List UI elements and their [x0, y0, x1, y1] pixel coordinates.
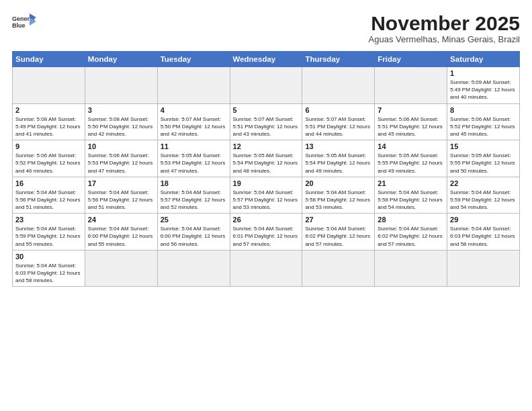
calendar-cell	[302, 250, 375, 287]
calendar-cell: 28Sunrise: 5:04 AM Sunset: 6:02 PM Dayli…	[375, 214, 447, 250]
calendar-cell	[302, 67, 375, 104]
calendar-cell	[230, 250, 302, 287]
calendar-cell: 4Sunrise: 5:07 AM Sunset: 5:50 PM Daylig…	[157, 103, 230, 140]
calendar-cell: 26Sunrise: 5:04 AM Sunset: 6:01 PM Dayli…	[230, 214, 302, 250]
calendar-cell: 12Sunrise: 5:05 AM Sunset: 5:54 PM Dayli…	[230, 140, 302, 177]
weekday-header-tuesday: Tuesday	[157, 52, 230, 67]
calendar-cell: 21Sunrise: 5:04 AM Sunset: 5:58 PM Dayli…	[375, 177, 447, 214]
day-number: 5	[233, 106, 300, 114]
calendar-cell	[157, 250, 230, 287]
calendar-cell: 5Sunrise: 5:07 AM Sunset: 5:51 PM Daylig…	[230, 103, 302, 140]
weekday-header-thursday: Thursday	[302, 52, 375, 67]
day-info: Sunrise: 5:05 AM Sunset: 5:55 PM Dayligh…	[378, 152, 444, 175]
title-area: November 2025 Aguas Vermelhas, Minas Ger…	[369, 12, 520, 44]
svg-text:Blue: Blue	[12, 22, 26, 29]
logo: General Blue	[12, 12, 36, 32]
calendar-table: SundayMondayTuesdayWednesdayThursdayFrid…	[12, 51, 520, 287]
calendar-cell: 6Sunrise: 5:07 AM Sunset: 5:51 PM Daylig…	[302, 103, 375, 140]
calendar-cell: 30Sunrise: 5:04 AM Sunset: 6:03 PM Dayli…	[13, 250, 85, 287]
day-info: Sunrise: 5:05 AM Sunset: 5:54 PM Dayligh…	[305, 152, 371, 175]
day-number: 1	[450, 69, 517, 77]
calendar-cell	[230, 67, 302, 104]
calendar-cell: 16Sunrise: 5:04 AM Sunset: 5:56 PM Dayli…	[13, 177, 85, 214]
day-number: 7	[378, 106, 444, 114]
day-number: 4	[161, 106, 227, 114]
calendar-week-4: 16Sunrise: 5:04 AM Sunset: 5:56 PM Dayli…	[13, 177, 520, 214]
day-info: Sunrise: 5:04 AM Sunset: 6:03 PM Dayligh…	[450, 225, 517, 248]
calendar-cell: 9Sunrise: 5:06 AM Sunset: 5:52 PM Daylig…	[13, 140, 85, 177]
day-number: 2	[15, 106, 82, 114]
calendar-cell: 3Sunrise: 5:08 AM Sunset: 5:50 PM Daylig…	[85, 103, 157, 140]
day-info: Sunrise: 5:05 AM Sunset: 5:54 PM Dayligh…	[233, 152, 300, 175]
day-number: 12	[233, 142, 300, 150]
calendar-cell: 27Sunrise: 5:04 AM Sunset: 6:02 PM Dayli…	[302, 214, 375, 250]
day-number: 24	[88, 216, 154, 224]
day-info: Sunrise: 5:07 AM Sunset: 5:50 PM Dayligh…	[161, 116, 227, 138]
day-info: Sunrise: 5:07 AM Sunset: 5:51 PM Dayligh…	[305, 116, 371, 138]
header: General Blue November 2025 Aguas Vermelh…	[12, 12, 520, 44]
weekday-header-wednesday: Wednesday	[230, 52, 302, 67]
logo-svg: General Blue	[12, 12, 36, 32]
calendar-cell	[375, 250, 447, 287]
day-number: 29	[450, 216, 517, 224]
day-number: 26	[233, 216, 300, 224]
day-info: Sunrise: 5:04 AM Sunset: 6:01 PM Dayligh…	[233, 225, 300, 248]
calendar-cell	[375, 67, 447, 104]
calendar-cell: 15Sunrise: 5:05 AM Sunset: 5:55 PM Dayli…	[447, 140, 520, 177]
day-number: 9	[15, 142, 82, 150]
day-number: 22	[450, 179, 517, 187]
day-number: 6	[305, 106, 371, 114]
day-info: Sunrise: 5:07 AM Sunset: 5:51 PM Dayligh…	[233, 116, 300, 138]
calendar-cell	[157, 67, 230, 104]
day-number: 3	[88, 106, 154, 114]
day-info: Sunrise: 5:04 AM Sunset: 5:59 PM Dayligh…	[15, 225, 82, 248]
day-info: Sunrise: 5:04 AM Sunset: 5:57 PM Dayligh…	[161, 189, 227, 212]
day-number: 8	[450, 106, 517, 114]
calendar-week-6: 30Sunrise: 5:04 AM Sunset: 6:03 PM Dayli…	[13, 250, 520, 287]
calendar-cell: 22Sunrise: 5:04 AM Sunset: 5:59 PM Dayli…	[447, 177, 520, 214]
calendar-cell: 25Sunrise: 5:04 AM Sunset: 6:00 PM Dayli…	[157, 214, 230, 250]
day-number: 17	[88, 179, 154, 187]
day-number: 15	[450, 142, 517, 150]
day-info: Sunrise: 5:04 AM Sunset: 6:03 PM Dayligh…	[15, 262, 82, 285]
day-number: 30	[15, 253, 82, 261]
day-number: 18	[161, 179, 227, 187]
day-info: Sunrise: 5:04 AM Sunset: 6:00 PM Dayligh…	[88, 225, 154, 248]
day-info: Sunrise: 5:08 AM Sunset: 5:49 PM Dayligh…	[15, 116, 82, 138]
calendar-cell	[447, 250, 520, 287]
day-number: 25	[161, 216, 227, 224]
calendar-cell: 10Sunrise: 5:06 AM Sunset: 5:53 PM Dayli…	[85, 140, 157, 177]
day-number: 10	[88, 142, 154, 150]
calendar-cell: 17Sunrise: 5:04 AM Sunset: 5:56 PM Dayli…	[85, 177, 157, 214]
calendar-cell: 29Sunrise: 5:04 AM Sunset: 6:03 PM Dayli…	[447, 214, 520, 250]
weekday-header-saturday: Saturday	[447, 52, 520, 67]
calendar-cell: 2Sunrise: 5:08 AM Sunset: 5:49 PM Daylig…	[13, 103, 85, 140]
calendar-cell: 7Sunrise: 5:06 AM Sunset: 5:51 PM Daylig…	[375, 103, 447, 140]
day-number: 14	[378, 142, 444, 150]
day-info: Sunrise: 5:04 AM Sunset: 5:56 PM Dayligh…	[88, 189, 154, 212]
calendar-cell: 20Sunrise: 5:04 AM Sunset: 5:58 PM Dayli…	[302, 177, 375, 214]
calendar-cell	[13, 67, 85, 104]
calendar-cell: 14Sunrise: 5:05 AM Sunset: 5:55 PM Dayli…	[375, 140, 447, 177]
weekday-header-monday: Monday	[85, 52, 157, 67]
month-title: November 2025	[369, 12, 520, 34]
calendar-week-5: 23Sunrise: 5:04 AM Sunset: 5:59 PM Dayli…	[13, 214, 520, 250]
day-number: 27	[305, 216, 371, 224]
calendar-cell: 13Sunrise: 5:05 AM Sunset: 5:54 PM Dayli…	[302, 140, 375, 177]
subtitle: Aguas Vermelhas, Minas Gerais, Brazil	[369, 34, 520, 44]
day-number: 28	[378, 216, 444, 224]
day-info: Sunrise: 5:06 AM Sunset: 5:52 PM Dayligh…	[450, 116, 517, 138]
day-info: Sunrise: 5:04 AM Sunset: 6:02 PM Dayligh…	[305, 225, 371, 248]
day-info: Sunrise: 5:04 AM Sunset: 5:58 PM Dayligh…	[305, 189, 371, 212]
weekday-header-row: SundayMondayTuesdayWednesdayThursdayFrid…	[13, 52, 520, 67]
day-number: 20	[305, 179, 371, 187]
day-info: Sunrise: 5:04 AM Sunset: 6:02 PM Dayligh…	[378, 225, 444, 248]
day-info: Sunrise: 5:06 AM Sunset: 5:51 PM Dayligh…	[378, 116, 444, 138]
day-info: Sunrise: 5:04 AM Sunset: 5:59 PM Dayligh…	[450, 189, 517, 212]
day-info: Sunrise: 5:04 AM Sunset: 5:58 PM Dayligh…	[378, 189, 444, 212]
day-info: Sunrise: 5:08 AM Sunset: 5:50 PM Dayligh…	[88, 116, 154, 138]
calendar-cell	[85, 250, 157, 287]
weekday-header-sunday: Sunday	[13, 52, 85, 67]
day-number: 23	[15, 216, 82, 224]
page: General Blue November 2025 Aguas Vermelh…	[0, 0, 532, 293]
